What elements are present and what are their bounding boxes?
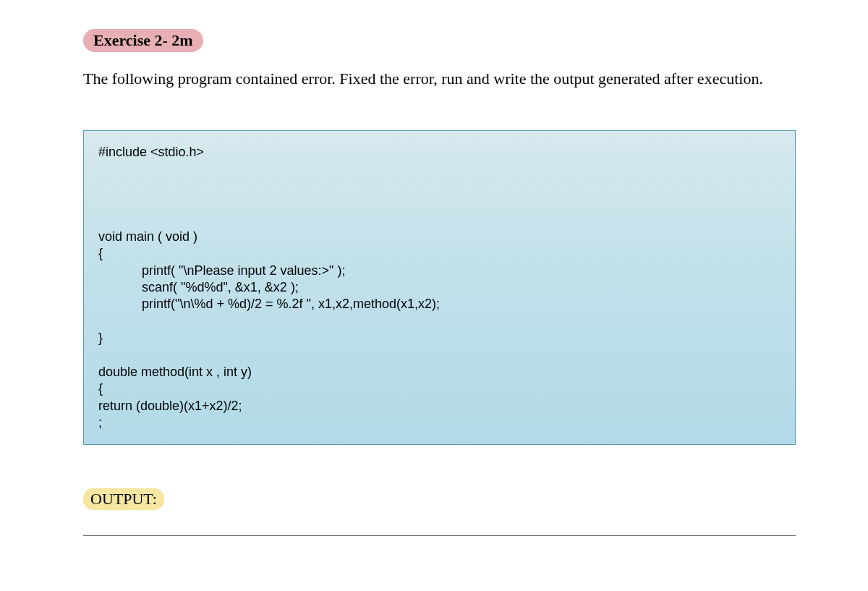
exercise-title-text: Exercise 2- 2m [93,31,193,49]
code-block: #include <stdio.h> void main ( void ) { … [83,130,796,446]
divider [83,535,796,536]
instruction-paragraph: The following program contained error. F… [83,68,796,90]
output-label-text: OUTPUT: [90,490,157,508]
exercise-title-pill: Exercise 2- 2m [83,29,203,52]
output-label-pill: OUTPUT: [83,488,164,510]
